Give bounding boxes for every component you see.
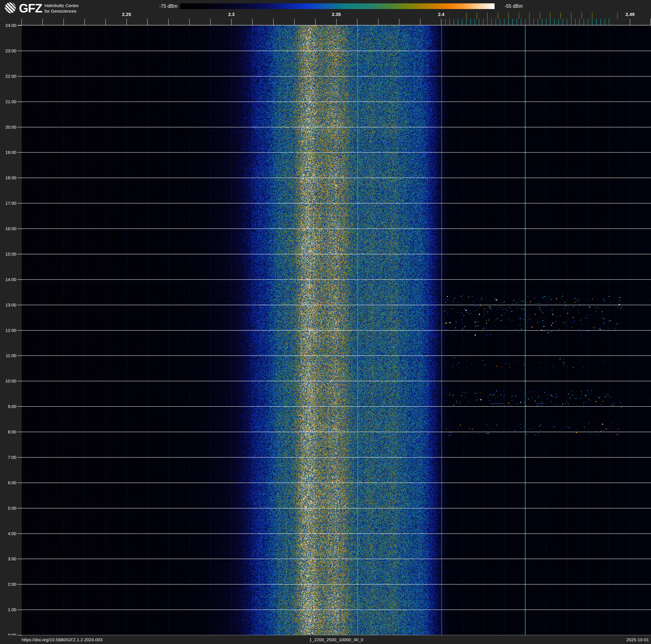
freq-minor-tick [126,19,127,25]
time-tick [18,533,22,534]
ism-band-tick [466,19,467,25]
wifi-channel-tick [550,12,550,19]
time-tick [18,457,22,458]
freq-minor-tick [357,19,358,25]
hour-gridline [22,559,651,559]
time-tick-label: 12:00 [0,328,17,333]
time-tick [18,355,22,356]
time-tick [18,203,22,203]
time-tick [18,279,22,280]
hour-gridline [22,406,651,407]
time-tick-label: 3:00 [0,556,17,561]
time-tick-label: 22:00 [0,74,17,79]
hour-gridline [22,51,651,51]
wifi-channel-tick [582,12,582,19]
hour-gridline [22,76,651,77]
ism-band-tick [504,19,504,25]
wifi-channel-tick [617,12,618,19]
hour-gridline [22,432,651,432]
ism-band-tick [571,19,571,25]
time-tick-label: 8:00 [0,430,17,435]
hour-gridline [22,178,651,178]
time-tick [18,508,22,508]
hour-gridline [22,355,651,356]
wifi-channel-tick [477,12,477,19]
hour-gridline [22,203,651,203]
freq-minor-tick [378,19,378,25]
ism-band-tick [483,19,484,25]
freq-minor-tick [315,19,316,25]
hour-gridline [22,229,651,229]
hour-gridline [22,533,651,534]
hour-gridline [22,152,651,153]
time-tick [18,25,22,26]
ism-band-tick [462,19,462,25]
ism-band-tick [592,19,592,25]
freq-tick-label: 2.25 [122,12,131,17]
ism-band-tick [533,19,534,25]
hour-gridlines [22,25,651,635]
time-tick-label: 19:00 [0,150,17,155]
ism-band-tick [450,19,450,25]
wifi-channel-tick [466,12,467,19]
time-tick [18,381,22,381]
time-tick [18,559,22,559]
freq-minor-tick [231,19,231,25]
time-tick-label: 13:00 [0,302,17,308]
dataset-name: 1_2200_2500_10000_40_0 [22,637,651,642]
freq-minor-tick [336,19,337,25]
freq-minor-tick [650,19,651,25]
ism-band-tick [513,19,513,25]
freq-minor-tick [105,19,106,25]
freq-minor-tick [441,19,441,25]
time-tick-label: 16:00 [0,226,17,231]
freq-minor-tick [210,19,211,25]
hour-gridline [22,101,651,102]
freq-minor-tick [399,19,399,25]
ism-band-tick [445,19,445,25]
freq-minor-tick [420,19,421,25]
time-tick-label: 21:00 [0,99,17,104]
freq-minor-tick [42,19,43,25]
freq-tick-label: 2.3 [228,12,235,17]
time-tick-label: 2:00 [0,582,17,587]
hour-gridline [22,635,651,635]
time-tick [18,127,22,127]
wifi-channel-tick [519,12,519,19]
time-tick-label: 18:00 [0,175,17,180]
freq-minor-tick [189,19,190,25]
wifi-channel-tick [592,12,592,19]
time-tick-label: 11:00 [0,353,17,358]
ism-band-tick [575,19,576,25]
date-label: 2025-10-01 [626,637,649,642]
footer-bar: https://doi.org/10.5880/GFZ.1.2.2024.003… [0,635,651,644]
time-tick-label: 20:00 [0,125,17,130]
time-tick [18,406,22,407]
hour-gridline [22,610,651,610]
freq-tick-label: 2.4 [438,12,444,17]
freq-minor-tick [252,19,253,25]
ism-band-tick [525,19,525,25]
ism-band-tick [542,19,542,25]
ism-band-tick [579,19,580,25]
time-tick-label: 15:00 [0,252,17,257]
time-tick [18,178,22,178]
ism-band-tick [596,19,597,25]
ism-band-tick [508,19,508,25]
hour-gridline [22,457,651,458]
wifi-channel-tick [540,12,540,19]
time-tick [18,76,22,77]
hour-gridline [22,305,651,305]
ism-band-tick [491,19,492,25]
time-tick [18,305,22,305]
time-tick [18,584,22,585]
wifi-channel-tick [487,12,488,19]
time-tick-label: 6:00 [0,480,17,485]
freq-minor-tick [630,19,630,25]
ism-band-tick [537,19,538,25]
time-tick-label: 9:00 [0,404,17,409]
ism-band-tick [454,19,454,25]
hour-gridline [22,127,651,127]
ism-band-tick [517,19,517,25]
ism-band-tick [458,19,458,25]
